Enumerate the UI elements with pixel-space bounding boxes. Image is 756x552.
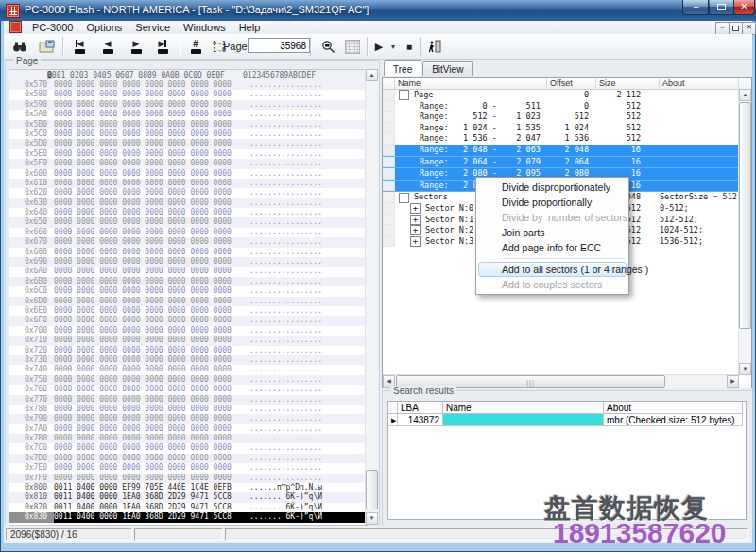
tree-row[interactable]: Range: 2 048 - 2 0632 04816 bbox=[383, 145, 751, 157]
scroll-thumb[interactable] bbox=[739, 102, 751, 329]
minimize-button[interactable]: – bbox=[682, 0, 710, 15]
hex-row[interactable]: 0x6D00000 0000 0000 0000 0000 0000 0000 … bbox=[9, 297, 367, 306]
hex-row[interactable]: 0x6200000 0000 0000 0000 0000 0000 0000 … bbox=[9, 188, 367, 198]
context-menu-item[interactable]: Divide proportionally bbox=[478, 195, 627, 210]
exit-task-button[interactable] bbox=[423, 36, 446, 57]
context-menu-item[interactable]: Add to couples sectors bbox=[478, 277, 627, 292]
context-menu-item[interactable]: Divide by number of sectors bbox=[478, 210, 627, 225]
mdi-close-button[interactable]: ✕ bbox=[742, 22, 756, 35]
expander-icon[interactable]: + bbox=[410, 203, 421, 214]
hex-row[interactable]: 0x7900000 0000 0000 0000 0000 0000 0000 … bbox=[9, 414, 367, 423]
hex-row[interactable]: 0x6500000 0000 0000 0000 0000 0000 0000 … bbox=[9, 217, 367, 227]
hex-row[interactable]: 0x5F00000 0000 0000 0000 0000 0000 0000 … bbox=[9, 159, 367, 168]
hex-row[interactable]: 0x7600000 0000 0000 0000 0000 0000 0000 … bbox=[9, 385, 367, 394]
hex-row[interactable]: 0x7000000 0000 0000 0000 0000 0000 0000 … bbox=[9, 326, 367, 336]
hex-row[interactable]: 0x5700000 0000 0000 0000 0000 0000 0000 … bbox=[9, 80, 367, 90]
scroll-thumb[interactable] bbox=[366, 470, 378, 509]
hex-row[interactable]: 0x5800000 0000 0000 0000 0000 0000 0000 … bbox=[9, 90, 367, 99]
hex-row[interactable]: 0x7700000 0000 0000 0000 0000 0000 0000 … bbox=[9, 395, 367, 405]
column-name[interactable]: Name bbox=[443, 402, 604, 414]
last-page-button[interactable]: ▶ bbox=[149, 36, 176, 57]
first-page-button[interactable]: ◀ bbox=[66, 36, 93, 57]
menu-pc-3000[interactable]: PC-3000 bbox=[26, 21, 79, 34]
search-button[interactable] bbox=[8, 36, 32, 57]
scroll-down-button[interactable]: ▼ bbox=[366, 512, 378, 525]
column-name[interactable]: Name bbox=[395, 78, 547, 89]
hex-row[interactable]: 0x7400000 0000 0000 0000 0000 0000 0000 … bbox=[9, 365, 367, 374]
context-menu-item[interactable]: Add to all sectors (1 or 4 ranges ) bbox=[478, 262, 627, 277]
menu-options[interactable]: Options bbox=[79, 21, 129, 34]
expander-icon[interactable]: + bbox=[410, 236, 421, 247]
expander-icon[interactable]: + bbox=[410, 225, 421, 235]
view-button[interactable] bbox=[316, 36, 340, 57]
tree-row[interactable]: -Page02 112 bbox=[383, 90, 751, 101]
context-menu-item[interactable]: Join parts bbox=[478, 225, 627, 240]
tree-vertical-scrollbar[interactable]: ▲ ▼ bbox=[738, 89, 751, 375]
expander-icon[interactable]: - bbox=[399, 90, 409, 100]
save-map-button[interactable] bbox=[34, 36, 59, 57]
hex-row[interactable]: 0x5A00000 0000 0000 0000 0000 0000 0000 … bbox=[9, 110, 367, 119]
hex-row[interactable]: 0x6A00000 0000 0000 0000 0000 0000 0000 … bbox=[9, 267, 367, 276]
hex-row[interactable]: 0x6E00000 0000 0000 0000 0000 0000 0000 … bbox=[9, 306, 367, 316]
hex-row[interactable]: 0x8300011 0400 0000 1EA0 368D 2D29 9471 … bbox=[9, 512, 367, 522]
hex-row[interactable]: 0x5D00000 0000 0000 0000 0000 0000 0000 … bbox=[9, 139, 367, 148]
mdi-restore-button[interactable] bbox=[729, 22, 743, 35]
search-result-row[interactable]: ▶143872mbr (Checked size: 512 bytes) bbox=[388, 414, 746, 426]
scroll-right-button[interactable]: ▶ bbox=[727, 375, 739, 388]
context-menu-item[interactable]: Divide disproportionately bbox=[478, 180, 627, 195]
context-menu-item[interactable]: Add page info for ECC bbox=[478, 240, 627, 255]
tab[interactable]: BitView bbox=[422, 61, 472, 76]
mdi-minimize-button[interactable]: – bbox=[715, 22, 730, 35]
hex-row[interactable]: 0x7800000 0000 0000 0000 0000 0000 0000 … bbox=[9, 405, 367, 414]
scroll-up-button[interactable]: ▲ bbox=[366, 69, 378, 81]
hex-row[interactable]: 0x6C00000 0000 0000 0000 0000 0000 0000 … bbox=[9, 286, 367, 296]
page-number-input[interactable] bbox=[248, 38, 310, 53]
hex-row[interactable]: 0x7F00000 0000 0000 0000 0000 0000 0000 … bbox=[9, 474, 367, 483]
hex-row[interactable]: 0x5B00000 0000 0000 0000 0000 0000 0000 … bbox=[9, 120, 367, 129]
expander-icon[interactable]: + bbox=[410, 215, 421, 225]
tree-row[interactable]: Range: 512 - 1 023512512 bbox=[383, 112, 751, 123]
hex-row[interactable]: 0x6F00000 0000 0000 0000 0000 0000 0000 … bbox=[9, 316, 367, 325]
menu-service[interactable]: Service bbox=[129, 21, 177, 34]
maximize-button[interactable] bbox=[708, 0, 735, 15]
tree-row[interactable]: Range: 1 024 - 1 5351 024512 bbox=[383, 123, 751, 134]
run-dropdown-button[interactable]: ▼ bbox=[387, 36, 399, 57]
hex-row[interactable]: 0x6000000 0000 0000 0000 0000 0000 0000 … bbox=[9, 169, 367, 179]
goto-page-button[interactable]: # bbox=[183, 36, 208, 57]
prev-page-button[interactable]: ◀ bbox=[94, 36, 121, 57]
expander-icon[interactable]: - bbox=[399, 193, 409, 203]
column-size[interactable]: Size bbox=[596, 78, 660, 89]
hex-row[interactable]: 0x6900000 0000 0000 0000 0000 0000 0000 … bbox=[9, 257, 367, 267]
tree-row[interactable]: Range: 1 536 - 2 0471 536512 bbox=[383, 133, 751, 145]
hex-row[interactable]: 0x7B00000 0000 0000 0000 0000 0000 0000 … bbox=[9, 434, 367, 443]
hex-row[interactable]: 0x5C00000 0000 0000 0000 0000 0000 0000 … bbox=[9, 129, 367, 139]
map-view-button[interactable] bbox=[340, 36, 365, 57]
hex-row[interactable]: 0x7500000 0000 0000 0000 0000 0000 0000 … bbox=[9, 375, 367, 385]
close-button[interactable]: ✕ bbox=[733, 0, 755, 15]
hex-row[interactable]: 0x7C00000 0000 0000 0000 0000 0000 0000 … bbox=[9, 443, 367, 453]
column-offset[interactable]: Offset bbox=[547, 78, 596, 89]
hex-row[interactable]: 0x6700000 0000 0000 0000 0000 0000 0000 … bbox=[9, 237, 367, 247]
tree-row[interactable]: Range: 0 - 5110512 bbox=[383, 101, 751, 112]
hex-row[interactable]: 0x7D00000 0000 0000 0000 0000 0000 0000 … bbox=[9, 454, 367, 463]
menu-help[interactable]: Help bbox=[232, 21, 267, 34]
hex-row[interactable]: 0x8100011 0400 0000 1EA0 368D 2D29 9471 … bbox=[9, 492, 367, 502]
hex-row[interactable]: 0x7E00000 0000 0000 0000 0000 0000 0000 … bbox=[9, 463, 367, 473]
column-lba[interactable]: LBA bbox=[398, 402, 443, 414]
column-about[interactable]: About bbox=[660, 78, 739, 89]
hex-row[interactable]: 0x6800000 0000 0000 0000 0000 0000 0000 … bbox=[9, 248, 367, 257]
menu-windows[interactable]: Windows bbox=[177, 21, 232, 34]
hex-row[interactable]: 0x7100000 0000 0000 0000 0000 0000 0000 … bbox=[9, 336, 367, 345]
hex-row[interactable]: 0x5900000 0000 0000 0000 0000 0000 0000 … bbox=[9, 100, 367, 110]
scroll-down-button[interactable]: ▼ bbox=[739, 363, 751, 375]
hex-row[interactable]: 0x6B00000 0000 0000 0000 0000 0000 0000 … bbox=[9, 277, 367, 286]
hex-row[interactable]: 0x5E00000 0000 0000 0000 0000 0000 0000 … bbox=[9, 149, 367, 159]
hex-row[interactable]: 0x6100000 0000 0000 0000 0000 0000 0000 … bbox=[9, 179, 367, 188]
hex-row[interactable]: 0x6400000 0000 0000 0000 0000 0000 0000 … bbox=[9, 208, 367, 217]
tab[interactable]: Tree bbox=[384, 60, 421, 76]
hex-row[interactable]: 0x7200000 0000 0000 0000 0000 0000 0000 … bbox=[9, 346, 367, 355]
context-menu-item[interactable] bbox=[503, 258, 625, 259]
hex-row[interactable]: 0x8000011 0400 0000 EF99 705E 446E 1C4E … bbox=[9, 483, 367, 492]
hex-vertical-scrollbar[interactable]: ▲ ▼ bbox=[365, 69, 378, 525]
next-page-button[interactable]: ▶ bbox=[123, 36, 149, 57]
